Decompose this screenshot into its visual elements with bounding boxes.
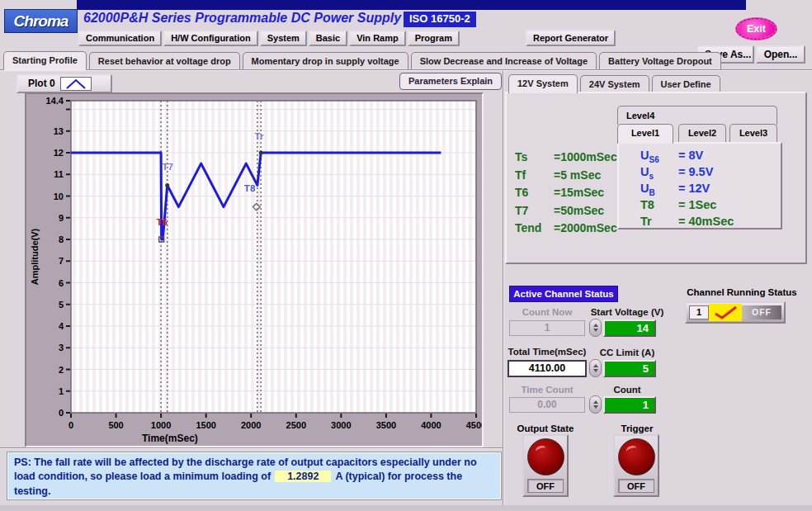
- svg-text:Time(mSec): Time(mSec): [142, 433, 198, 444]
- trigger-label: Trigger: [607, 423, 667, 433]
- channel-running-status-label: Channel Running Status: [680, 287, 804, 297]
- timing-parameters: Ts=1000mSec Tf=5 mSec T6=15mSec T7=50mSe…: [515, 150, 617, 239]
- vertical-divider: [503, 71, 504, 511]
- iso-standard-badge: ISO 16750-2: [404, 12, 476, 27]
- tab-24v-system[interactable]: 24V System: [580, 75, 649, 93]
- cc-limit-value[interactable]: 5: [603, 360, 656, 377]
- title-bar-strip: [77, 0, 746, 10]
- system-tabs: 12V System 24V System User Define: [508, 74, 720, 93]
- menu-vin-ramp[interactable]: Vin Ramp: [349, 31, 406, 46]
- param-tf: Tf=5 mSec: [515, 168, 617, 187]
- app-title: 62000P&H Series Programmable DC Power Su…: [83, 11, 401, 26]
- level-value-ub: UB= 12V: [640, 182, 781, 198]
- svg-text:T6: T6: [156, 217, 167, 227]
- menu-system[interactable]: System: [260, 31, 307, 46]
- time-count-field: 0.00: [509, 397, 585, 413]
- plot-legend-label: Plot 0: [28, 78, 55, 90]
- count-spinner[interactable]: [589, 395, 602, 414]
- svg-text:1500: 1500: [196, 420, 215, 430]
- level-value-us: Us= 9.5V: [640, 165, 781, 182]
- plot-legend-button[interactable]: Plot 0: [17, 74, 112, 93]
- start-voltage-spinner[interactable]: [589, 319, 602, 337]
- plot-line-swatch-icon: [60, 77, 92, 91]
- output-state-label: Output State: [512, 423, 579, 433]
- tab-battery-voltage-dropout[interactable]: Battery Voltage Dropout: [599, 52, 721, 70]
- tab-divider: [0, 69, 812, 71]
- svg-text:13: 13: [54, 126, 64, 136]
- svg-text:T7: T7: [163, 162, 173, 172]
- ps-note: PS: The fall rate will be affected by th…: [7, 452, 502, 500]
- trigger-value: OFF: [618, 479, 654, 493]
- level-value-tr: Tr= 40mSec: [640, 215, 781, 231]
- svg-text:T8: T8: [244, 183, 256, 193]
- tab-user-define[interactable]: User Define: [652, 75, 720, 93]
- tab-slow-decrease-increase[interactable]: Slow Decrease and Increase of Voltage: [411, 52, 597, 70]
- min-loading-value: 1.2892: [275, 471, 331, 482]
- svg-text:5: 5: [59, 300, 64, 310]
- tab-12v-system[interactable]: 12V System: [508, 74, 578, 93]
- tab-level4[interactable]: Level4: [617, 106, 777, 125]
- output-state-control: OFF: [522, 434, 569, 497]
- tab-level3[interactable]: Level3: [729, 124, 777, 143]
- svg-text:4: 4: [59, 321, 64, 331]
- test-profile-tabs: Starting Profile Reset behavior at volta…: [3, 51, 721, 70]
- chroma-logo: Chroma: [4, 9, 78, 33]
- start-voltage-value[interactable]: 14: [603, 319, 656, 337]
- svg-text:4500: 4500: [466, 420, 482, 430]
- menu-basic[interactable]: Basic: [309, 31, 347, 46]
- parameters-explain-button[interactable]: Parameters Explain: [399, 73, 502, 90]
- svg-text:Tr: Tr: [255, 131, 264, 141]
- channel-running-status-toggle[interactable]: 1 OFF: [685, 301, 786, 324]
- channel-running-state: OFF: [742, 305, 781, 319]
- cc-limit-spinner[interactable]: [589, 359, 602, 377]
- app-window: Chroma 62000P&H Series Programmable DC P…: [0, 0, 812, 511]
- svg-text:3000: 3000: [331, 420, 351, 430]
- svg-text:8: 8: [59, 234, 64, 244]
- menu-program[interactable]: Program: [408, 31, 460, 46]
- svg-text:6: 6: [59, 278, 64, 288]
- svg-text:3: 3: [59, 343, 64, 352]
- count-now-field: 1: [509, 320, 585, 336]
- svg-text:11: 11: [54, 169, 64, 179]
- channel-number: 1: [689, 305, 709, 319]
- open-button[interactable]: Open...: [756, 45, 805, 64]
- svg-text:Amplitude(V): Amplitude(V): [30, 228, 40, 285]
- start-voltage-label: Start Voltage (V): [578, 307, 677, 317]
- tab-level2[interactable]: Level2: [678, 124, 726, 143]
- exit-button[interactable]: Exit: [735, 17, 777, 40]
- count-value[interactable]: 1: [603, 396, 656, 414]
- report-generator-button[interactable]: Report Generator: [526, 30, 616, 46]
- tab-reset-behavior[interactable]: Reset behavior at voltage drop: [89, 52, 240, 70]
- menu-communication[interactable]: Communication: [78, 31, 162, 46]
- svg-text:0: 0: [68, 420, 73, 430]
- svg-text:2000: 2000: [241, 420, 261, 430]
- level-value-t8: T8= 1Sec: [640, 198, 781, 215]
- svg-text:14.4: 14.4: [46, 96, 64, 106]
- trigger-knob[interactable]: [618, 438, 655, 476]
- svg-text:1000: 1000: [151, 420, 171, 430]
- cc-limit-label: CC Limit (A): [578, 348, 677, 357]
- waveform-plot: 05001000150020002500300035004000450014.4…: [25, 92, 484, 447]
- horizontal-divider: [0, 447, 503, 449]
- total-time-field[interactable]: 4110.00: [508, 360, 587, 377]
- tab-starting-profile[interactable]: Starting Profile: [3, 51, 87, 70]
- waveform-svg: 05001000150020002500300035004000450014.4…: [26, 94, 482, 446]
- svg-text:7: 7: [59, 256, 64, 266]
- svg-text:2: 2: [59, 365, 64, 375]
- output-state-value: OFF: [527, 479, 564, 493]
- channel-check-icon[interactable]: [709, 304, 742, 321]
- param-t6: T6=15mSec: [515, 186, 617, 204]
- active-channel-status-header: Active Channel Status: [509, 286, 618, 302]
- svg-text:4000: 4000: [421, 420, 441, 430]
- svg-text:1: 1: [59, 386, 64, 396]
- tab-level1[interactable]: Level1: [617, 124, 673, 144]
- param-t7: T7=50mSec: [515, 204, 617, 222]
- svg-text:2500: 2500: [286, 420, 306, 430]
- output-state-knob[interactable]: [527, 438, 564, 476]
- svg-text:0: 0: [59, 408, 64, 418]
- cc-limit-control: 5: [589, 359, 656, 377]
- menu-hw-configuration[interactable]: H/W Configuration: [163, 31, 258, 46]
- count-label: Count: [578, 385, 677, 395]
- tab-momentary-drop[interactable]: Momentary drop in supply voltage: [243, 52, 408, 70]
- count-control: 1: [589, 395, 656, 414]
